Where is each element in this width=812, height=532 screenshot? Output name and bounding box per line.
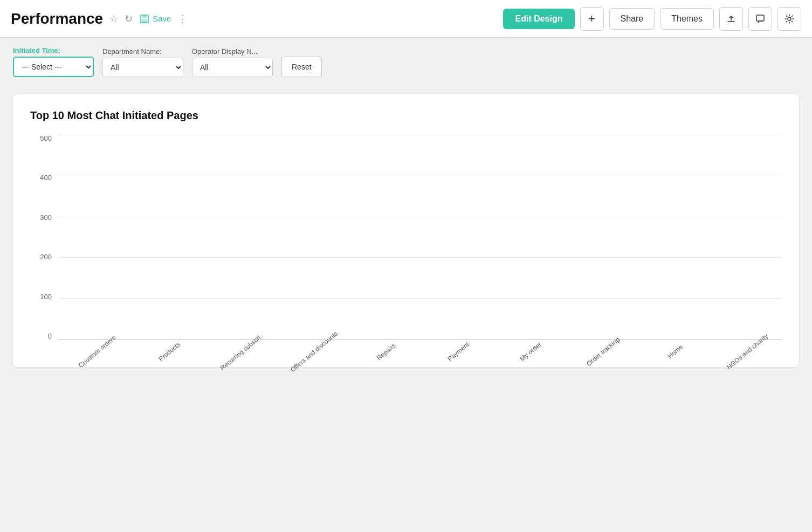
- x-label-col: Offers and discounts: [280, 343, 343, 356]
- operator-display-group: Operator Display N... All: [192, 47, 273, 77]
- themes-button[interactable]: Themes: [660, 8, 714, 30]
- chart-panel: Top 10 Most Chat Initiated Pages 0100200…: [13, 94, 799, 367]
- x-axis-label: Repairs: [375, 342, 397, 362]
- y-axis-label: 100: [30, 293, 52, 300]
- comment-button[interactable]: [748, 7, 772, 31]
- y-axis-label: 200: [30, 253, 52, 260]
- star-icon[interactable]: ☆: [109, 13, 118, 25]
- svg-rect-2: [142, 19, 147, 22]
- y-axis-label: 300: [30, 214, 52, 221]
- y-axis: 0100200300400500: [30, 135, 52, 340]
- upload-button[interactable]: [719, 7, 743, 31]
- y-axis-label: 0: [30, 333, 52, 340]
- bar-chart: 0100200300400500 Cuustom ordersProductsR…: [30, 135, 782, 356]
- department-name-label: Department Name:: [102, 47, 183, 56]
- initiated-time-label: Initiated Time:: [13, 46, 94, 54]
- header: Performance ☆ ↻ Save ⋮ Edit Design + Sha…: [0, 0, 812, 38]
- edit-design-button[interactable]: Edit Design: [503, 9, 574, 29]
- header-left: Performance ☆ ↻ Save ⋮: [11, 10, 503, 27]
- chart-title: Top 10 Most Chat Initiated Pages: [30, 109, 782, 122]
- svg-point-4: [788, 17, 791, 20]
- reset-button[interactable]: Reset: [281, 57, 322, 77]
- settings-button[interactable]: [777, 7, 801, 31]
- gear-icon: [784, 13, 795, 24]
- x-axis-label: My order: [519, 341, 543, 363]
- add-button[interactable]: +: [580, 7, 604, 31]
- y-axis-label: 400: [30, 174, 52, 181]
- department-name-group: Department Name: All: [102, 47, 183, 77]
- x-axis-line: [58, 340, 782, 340]
- x-labels: Cuustom ordersProductsRecurring subscri.…: [58, 343, 782, 356]
- bars-row: [58, 135, 782, 340]
- save-label: Save: [153, 14, 171, 23]
- more-icon[interactable]: ⋮: [177, 13, 187, 25]
- x-axis-label: Payment: [446, 341, 471, 363]
- bars-wrapper: [58, 135, 782, 340]
- x-axis-label: Home: [666, 343, 685, 360]
- save-button[interactable]: Save: [139, 13, 171, 24]
- x-label-col: Products: [136, 343, 198, 356]
- x-label-col: Cuustom orders: [64, 343, 126, 356]
- comment-icon: [755, 14, 765, 24]
- refresh-icon[interactable]: ↻: [125, 13, 133, 25]
- operator-display-label: Operator Display N...: [192, 47, 273, 56]
- save-icon: [139, 13, 150, 24]
- x-label-col: Order tracking: [569, 343, 632, 356]
- x-label-col: Repairs: [353, 343, 415, 356]
- share-button[interactable]: Share: [609, 8, 655, 30]
- operator-display-select[interactable]: All: [192, 58, 273, 77]
- x-label-col: My order: [497, 343, 560, 356]
- filter-bar: Initiated Time: --- Select --- Departmen…: [0, 38, 812, 86]
- initiated-time-group: Initiated Time: --- Select ---: [13, 46, 94, 77]
- x-label-col: NGOs and charity: [714, 343, 776, 356]
- upload-icon: [726, 14, 736, 24]
- svg-rect-1: [142, 15, 147, 18]
- initiated-time-select[interactable]: --- Select ---: [13, 57, 94, 77]
- svg-rect-3: [756, 15, 764, 21]
- x-label-col: Home: [642, 343, 704, 356]
- x-axis-label: Order tracking: [585, 336, 621, 368]
- x-axis-label: Products: [157, 341, 182, 363]
- x-label-col: Payment: [425, 343, 487, 356]
- department-name-select[interactable]: All: [102, 58, 183, 77]
- header-right: Edit Design + Share Themes: [503, 7, 801, 31]
- x-label-col: Recurring subscri..: [208, 343, 271, 356]
- y-axis-label: 500: [30, 135, 52, 142]
- chart-area: 0100200300400500: [30, 135, 782, 340]
- page-title: Performance: [11, 10, 103, 27]
